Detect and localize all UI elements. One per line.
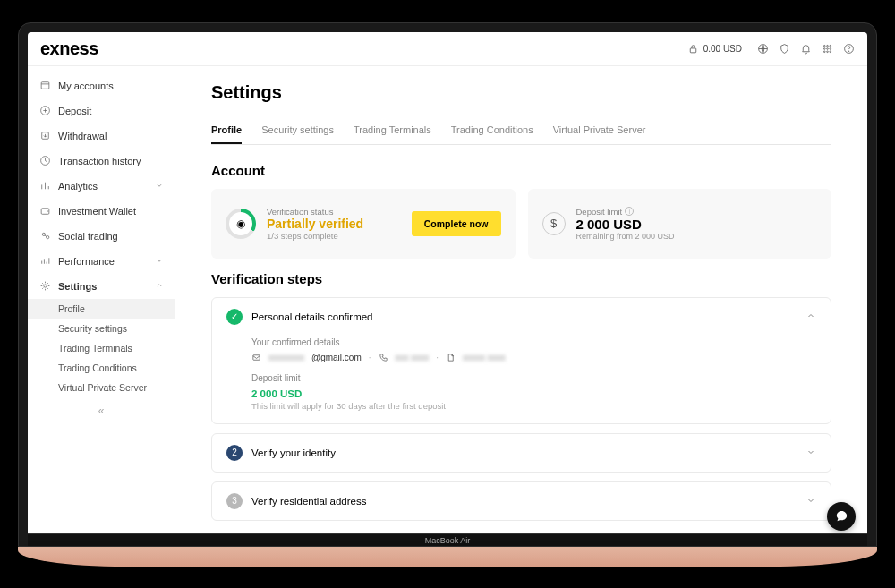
account-heading: Account xyxy=(211,163,831,178)
check-icon: ✓ xyxy=(226,309,243,325)
svg-rect-21 xyxy=(253,354,260,360)
sidebar-item-settings[interactable]: Settings xyxy=(28,274,175,299)
chevron-down-icon xyxy=(806,447,816,459)
analytics-icon xyxy=(38,180,51,192)
verification-status-label: Verification status xyxy=(267,207,363,217)
verification-status-card: ◉ Verification status Partially verified… xyxy=(211,189,516,259)
verification-step-1-body: Your confirmed details xxxxxxxx@gmail.co… xyxy=(212,336,831,423)
social-icon xyxy=(38,230,51,243)
sidebar-item-label: Settings xyxy=(58,281,97,292)
complete-now-button[interactable]: Complete now xyxy=(412,211,501,236)
confirmed-details-row: xxxxxxxx@gmail.com · xxx xxxx · xxxxx xx… xyxy=(251,353,816,362)
verification-step-3-title: Verify residential address xyxy=(251,496,366,507)
history-icon xyxy=(38,155,51,167)
accounts-icon xyxy=(38,80,51,92)
verification-step-1-header[interactable]: ✓ Personal details confirmed xyxy=(212,298,831,336)
verification-status-progress: 1/3 steps complete xyxy=(267,231,363,241)
sidebar-sub-trading-terminals[interactable]: Trading Terminals xyxy=(28,338,175,358)
verification-step-3-header[interactable]: 3 Verify residential address xyxy=(212,482,831,520)
deposit-limit-card: $ Deposit limiti 2 000 USD Remaining fro… xyxy=(528,189,832,259)
step-number-icon: 2 xyxy=(226,445,243,461)
bell-icon[interactable] xyxy=(799,42,812,55)
verification-status-title: Partially verified xyxy=(267,217,363,231)
svg-point-2 xyxy=(823,45,825,47)
globe-icon[interactable] xyxy=(756,42,769,55)
step1-deposit-limit-amount: 2 000 USD xyxy=(251,388,816,399)
shield-icon[interactable] xyxy=(778,42,790,55)
step-number-icon: 3 xyxy=(226,493,243,509)
device-label: MacBook Air xyxy=(425,536,471,545)
verification-step-2-title: Verify your identity xyxy=(251,447,336,458)
phone-masked: xxx xxxx xyxy=(396,353,430,362)
svg-point-7 xyxy=(829,47,831,49)
info-icon[interactable]: i xyxy=(625,207,634,216)
sidebar-sub-profile[interactable]: Profile xyxy=(28,299,175,319)
tab-security-settings[interactable]: Security settings xyxy=(261,117,334,144)
verification-step-3: 3 Verify residential address xyxy=(211,481,831,521)
svg-point-20 xyxy=(43,285,46,287)
svg-point-6 xyxy=(826,47,828,49)
chevron-down-icon xyxy=(155,181,164,192)
svg-point-5 xyxy=(823,47,825,49)
sidebar-item-social-trading[interactable]: Social trading xyxy=(28,224,175,249)
tab-vps[interactable]: Virtual Private Server xyxy=(553,117,646,144)
step1-deposit-limit-label: Deposit limit xyxy=(251,373,816,383)
sidebar-item-label: Analytics xyxy=(58,181,98,192)
chevron-down-icon xyxy=(155,256,164,267)
sidebar-item-label: Social trading xyxy=(58,231,118,242)
logo: exness xyxy=(40,38,98,59)
sidebar-item-label: Transaction history xyxy=(58,156,141,166)
chevron-down-icon xyxy=(806,495,816,507)
chat-fab[interactable] xyxy=(827,502,856,531)
phone-icon xyxy=(379,353,388,362)
sidebar-item-performance[interactable]: Performance xyxy=(28,249,175,274)
collapse-sidebar-button[interactable]: « xyxy=(28,397,175,424)
sidebar-item-label: Deposit xyxy=(58,106,91,116)
sidebar-item-transaction-history[interactable]: Transaction history xyxy=(28,149,175,174)
verification-step-2-header[interactable]: 2 Verify your identity xyxy=(212,434,831,472)
topbar-actions: 0.00 USD xyxy=(682,40,855,56)
performance-icon xyxy=(38,255,51,268)
verification-step-2: 2 Verify your identity xyxy=(211,433,831,473)
withdrawal-icon xyxy=(38,130,51,142)
chevron-up-icon xyxy=(806,311,816,323)
sidebar-item-label: My accounts xyxy=(58,81,114,91)
svg-point-3 xyxy=(826,45,828,47)
email-masked-prefix: xxxxxxxx xyxy=(268,353,304,362)
apps-icon[interactable] xyxy=(821,42,833,55)
tab-trading-terminals[interactable]: Trading Terminals xyxy=(354,117,431,144)
sidebar-item-my-accounts[interactable]: My accounts xyxy=(28,73,175,98)
tab-trading-conditions[interactable]: Trading Conditions xyxy=(451,117,533,144)
balance-pill[interactable]: 0.00 USD xyxy=(682,40,747,56)
sidebar: My accounts Deposit Withdrawal Transacti… xyxy=(28,66,175,533)
svg-point-9 xyxy=(826,50,828,52)
gear-icon xyxy=(38,280,51,293)
wallet-icon xyxy=(38,205,51,217)
tabs: Profile Security settings Trading Termin… xyxy=(211,117,831,145)
sidebar-item-label: Performance xyxy=(58,256,115,267)
deposit-icon xyxy=(38,105,51,117)
sidebar-item-deposit[interactable]: Deposit xyxy=(28,98,175,124)
sidebar-item-investment-wallet[interactable]: Investment Wallet xyxy=(28,199,175,224)
chat-icon xyxy=(835,509,848,523)
sidebar-sub-trading-conditions[interactable]: Trading Conditions xyxy=(28,358,175,378)
email-domain: @gmail.com xyxy=(311,353,362,362)
deposit-limit-remaining: Remaining from 2 000 USD xyxy=(576,232,675,241)
sidebar-sub-vps[interactable]: Virtual Private Server xyxy=(28,378,175,397)
help-icon[interactable] xyxy=(842,42,855,55)
svg-rect-13 xyxy=(41,82,49,89)
balance-value: 0.00 USD xyxy=(703,44,742,54)
chevron-up-icon xyxy=(155,281,164,292)
sidebar-item-analytics[interactable]: Analytics xyxy=(28,174,175,199)
svg-point-12 xyxy=(848,50,849,51)
sidebar-item-label: Withdrawal xyxy=(58,131,107,141)
confirmed-details-label: Your confirmed details xyxy=(251,337,816,347)
tab-profile[interactable]: Profile xyxy=(211,117,242,144)
sidebar-sub-security-settings[interactable]: Security settings xyxy=(28,319,175,338)
deposit-limit-label: Deposit limiti xyxy=(576,207,675,217)
sidebar-item-withdrawal[interactable]: Withdrawal xyxy=(28,124,175,149)
svg-point-4 xyxy=(829,45,831,47)
topbar: exness 0.00 USD xyxy=(28,32,867,66)
svg-point-10 xyxy=(829,50,831,52)
mail-icon xyxy=(251,353,261,362)
